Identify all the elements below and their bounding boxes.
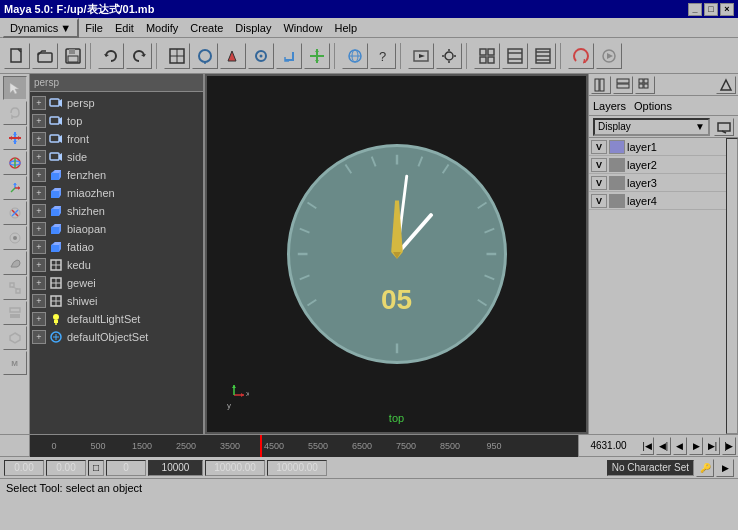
toolbar-select[interactable] (164, 43, 190, 69)
menu-create[interactable]: Create (184, 21, 229, 35)
close-button[interactable]: × (720, 3, 734, 16)
toolbar-anim[interactable] (596, 43, 622, 69)
outliner-item-gewei[interactable]: + gewei (30, 274, 203, 292)
outliner-item-fenzhen[interactable]: + fenzhen (30, 166, 203, 184)
toolbar-grid2[interactable] (502, 43, 528, 69)
pb-play[interactable]: ▶ (689, 437, 703, 455)
outliner-item-shizhen[interactable]: + shizhen (30, 202, 203, 220)
layer-color-3[interactable] (609, 176, 625, 190)
svg-rect-135 (718, 123, 730, 131)
menu-window[interactable]: Window (277, 21, 328, 35)
pb-current-field[interactable] (46, 460, 86, 476)
toolbar-rotate2[interactable] (568, 43, 594, 69)
menu-help[interactable]: Help (329, 21, 364, 35)
menu-display[interactable]: Display (229, 21, 277, 35)
rp-btn-rows[interactable] (613, 76, 633, 94)
pb-anim-btn[interactable]: ▶ (716, 459, 734, 477)
layer-color-1[interactable] (609, 140, 625, 154)
rp-display-icon[interactable] (714, 118, 734, 136)
toolbar-rotate[interactable] (276, 43, 302, 69)
menu-modify[interactable]: Modify (140, 21, 184, 35)
right-scroll[interactable] (726, 138, 738, 434)
rp-btn-extra[interactable] (716, 76, 736, 94)
svg-rect-95 (54, 320, 58, 323)
menu-edit[interactable]: Edit (109, 21, 140, 35)
tool-rotate[interactable] (3, 151, 27, 175)
pb-range-end2[interactable] (205, 460, 265, 476)
svg-rect-26 (488, 57, 494, 63)
outliner-item-side[interactable]: + side (30, 148, 203, 166)
options-menu-item[interactable]: Options (634, 100, 672, 112)
rp-btn-grid[interactable] (635, 76, 655, 94)
tool-sculpt[interactable] (3, 251, 27, 275)
svg-line-107 (345, 165, 351, 174)
tool-polygon[interactable] (3, 326, 27, 350)
outliner-item-front[interactable]: + front (30, 130, 203, 148)
viewport[interactable]: 05 y x top (205, 74, 588, 434)
svg-marker-36 (10, 83, 19, 94)
pb-range-end3[interactable] (267, 460, 327, 476)
pb-go-end[interactable]: |▶ (722, 437, 736, 455)
svg-marker-61 (10, 333, 20, 343)
pb-range-end[interactable] (148, 460, 203, 476)
toolbar-render[interactable] (408, 43, 434, 69)
toolbar-undo[interactable] (98, 43, 124, 69)
tool-curve[interactable] (3, 276, 27, 300)
outliner-item-top[interactable]: + top (30, 112, 203, 130)
layer-vis-4[interactable]: V (591, 194, 607, 208)
pb-start-field[interactable] (4, 460, 44, 476)
svg-marker-42 (18, 136, 21, 140)
toolbar-redo[interactable] (126, 43, 152, 69)
svg-marker-123 (232, 385, 236, 388)
pb-key-btn[interactable]: 🔑 (696, 459, 714, 477)
tool-lasso[interactable] (3, 101, 27, 125)
pb-range-start[interactable] (106, 460, 146, 476)
outliner-item-shiwei[interactable]: + shiwei (30, 292, 203, 310)
menu-file[interactable]: File (79, 21, 109, 35)
svg-line-110 (299, 229, 309, 233)
toolbar-paint[interactable] (220, 43, 246, 69)
layers-menu-item[interactable]: Layers (593, 100, 626, 112)
tool-scale[interactable] (3, 176, 27, 200)
tool-maya-logo[interactable]: M (3, 351, 27, 375)
outliner-item-persp[interactable]: + persp (30, 94, 203, 112)
toolbar-move[interactable] (248, 43, 274, 69)
tool-surface[interactable] (3, 301, 27, 325)
pb-prev[interactable]: ◀ (673, 437, 687, 455)
outliner-item-defaultobjectset[interactable]: + defaultObjectSet (30, 328, 203, 346)
layer-vis-2[interactable]: V (591, 158, 607, 172)
dynamics-dropdown[interactable]: Dynamics ▼ (2, 18, 79, 38)
outliner-item-biaopan[interactable]: + biaopan (30, 220, 203, 238)
toolbar-settings[interactable] (436, 43, 462, 69)
maximize-button[interactable]: □ (704, 3, 718, 16)
toolbar-sphere[interactable] (342, 43, 368, 69)
outliner-item-miaozhen[interactable]: + miaozhen (30, 184, 203, 202)
pb-prev-key[interactable]: ◀| (656, 437, 670, 455)
layer-vis-3[interactable]: V (591, 176, 607, 190)
tool-select[interactable] (3, 76, 27, 100)
tool-move[interactable] (3, 126, 27, 150)
tool-soft-mod[interactable] (3, 226, 27, 250)
toolbar-grid3[interactable] (530, 43, 556, 69)
timeline-ruler[interactable]: 0 500 1500 2500 3500 4500 5500 6500 7500… (30, 435, 578, 457)
toolbar-question[interactable]: ? (370, 43, 396, 69)
rp-btn-cols[interactable] (591, 76, 611, 94)
layer-vis-1[interactable]: V (591, 140, 607, 154)
outliner-item-fatiao[interactable]: + fatiao (30, 238, 203, 256)
toolbar-save[interactable] (60, 43, 86, 69)
outliner-item-defaultlightset[interactable]: + defaultLightSet (30, 310, 203, 328)
title-text: Maya 5.0: F:/up/表达式/01.mb (4, 2, 154, 17)
outliner-item-kedu[interactable]: + kedu (30, 256, 203, 274)
toolbar-new[interactable] (4, 43, 30, 69)
toolbar-scale[interactable] (304, 43, 330, 69)
pb-go-start[interactable]: |◀ (640, 437, 654, 455)
toolbar-grid[interactable] (474, 43, 500, 69)
toolbar-open[interactable] (32, 43, 58, 69)
layer-color-2[interactable] (609, 158, 625, 172)
toolbar-lasso[interactable] (192, 43, 218, 69)
layer-color-4[interactable] (609, 194, 625, 208)
minimize-button[interactable]: _ (688, 3, 702, 16)
display-dropdown[interactable]: Display ▼ (593, 118, 710, 136)
tool-show-manip[interactable] (3, 201, 27, 225)
pb-next-key[interactable]: ▶| (705, 437, 719, 455)
